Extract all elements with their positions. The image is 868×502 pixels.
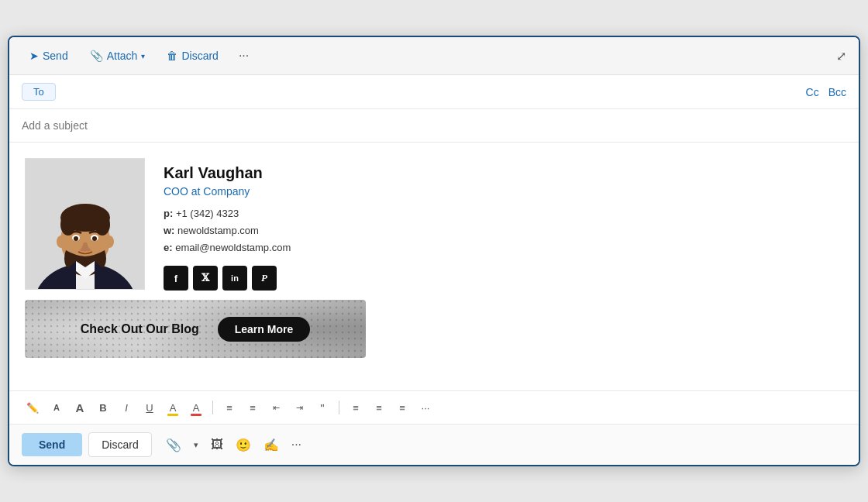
attachment-button[interactable]: 📎 (161, 435, 186, 456)
cc-bcc-group: Cc Bcc (806, 86, 846, 98)
bottom-send-button[interactable]: Send (22, 433, 82, 456)
bold-button[interactable]: B (93, 397, 113, 418)
to-row: To Cc Bcc (9, 75, 859, 109)
indent-less-button[interactable]: ⇤ (266, 397, 286, 418)
italic-button[interactable]: I (116, 397, 136, 418)
send-label: Send (43, 50, 68, 62)
svg-point-10 (105, 236, 114, 248)
svg-point-9 (57, 236, 66, 248)
send-button[interactable]: ➤ Send (22, 45, 76, 67)
signature-info: Karl Vaughan COO at Company p: +1 (342) … (164, 158, 291, 291)
banner-text: Check Out Our Blog (81, 322, 199, 336)
more-options-button[interactable]: ··· (232, 46, 255, 66)
discard-label: Discard (181, 50, 218, 62)
email-body[interactable]: Karl Vaughan COO at Company p: +1 (342) … (9, 143, 859, 390)
signature-top: Karl Vaughan COO at Company p: +1 (342) … (25, 158, 843, 291)
subject-input[interactable] (22, 119, 846, 132)
signature-photo (25, 158, 145, 290)
send-icon: ➤ (29, 50, 39, 62)
signature-button[interactable]: ✍ (259, 435, 284, 456)
subject-row (9, 109, 859, 143)
image-button[interactable]: 🖼 (206, 435, 228, 456)
highlight-button[interactable]: A (163, 397, 183, 418)
align-right-button[interactable]: ≡ (369, 397, 389, 418)
underline-button[interactable]: U (140, 397, 160, 418)
discard-icon: 🗑 (167, 50, 177, 62)
signature-contact: p: +1 (342) 4323 w: newoldstamp.com e: e… (164, 205, 291, 256)
indent-more-button[interactable]: ⇥ (289, 397, 309, 418)
bullet-list-button[interactable]: ≡ (243, 397, 263, 418)
attach-icon: 📎 (90, 50, 103, 62)
svg-point-13 (74, 236, 78, 241)
twitter-icon[interactable]: 𝕏 (193, 266, 218, 291)
discard-button[interactable]: 🗑 Discard (159, 45, 226, 67)
bottom-more-button[interactable]: ··· (287, 435, 306, 456)
social-icons: f 𝕏 in P (164, 266, 291, 291)
sig-phone: p: +1 (342) 4323 (164, 205, 291, 222)
sig-email: e: email@newoldstamp.com (164, 239, 291, 256)
bcc-button[interactable]: Bcc (828, 86, 846, 98)
linkedin-icon[interactable]: in (222, 266, 247, 291)
compose-toolbar: ➤ Send 📎 Attach ▾ 🗑 Discard ··· ⤢ (9, 37, 859, 75)
signature-name: Karl Vaughan (164, 164, 291, 182)
pinterest-icon[interactable]: P (252, 266, 277, 291)
attach-chevron-icon: ▾ (141, 52, 145, 60)
align-center-button[interactable]: ≡ (346, 397, 366, 418)
expand-button[interactable]: ⤢ (836, 49, 846, 64)
sig-website: w: newoldstamp.com (164, 222, 291, 239)
signature-title: COO at Company (164, 185, 291, 198)
format-more-button[interactable]: ··· (415, 397, 436, 418)
bottom-icons-group: 📎 ▾ 🖼 🙂 ✍ ··· (161, 435, 306, 456)
svg-point-14 (92, 236, 97, 241)
email-compose-window: ➤ Send 📎 Attach ▾ 🗑 Discard ··· ⤢ To Cc … (8, 36, 860, 466)
signature-block: Karl Vaughan COO at Company p: +1 (342) … (25, 158, 843, 358)
decrease-font-button[interactable]: A (46, 397, 67, 418)
align-left-button[interactable]: ≡ (219, 397, 239, 418)
to-label[interactable]: To (22, 83, 56, 101)
to-input[interactable] (64, 86, 806, 98)
attach-chevron-button[interactable]: ▾ (189, 435, 203, 456)
quote-button[interactable]: " (312, 397, 332, 418)
justify-button[interactable]: ≡ (392, 397, 412, 418)
attach-label: Attach (107, 50, 138, 62)
emoji-button[interactable]: 🙂 (231, 435, 256, 456)
increase-font-button[interactable]: A (70, 397, 90, 418)
facebook-icon[interactable]: f (164, 266, 188, 291)
blog-banner[interactable]: Check Out Our Blog Learn More (25, 300, 366, 358)
format-pencil-button[interactable]: ✏️ (22, 397, 43, 418)
learn-more-button[interactable]: Learn More (218, 317, 310, 342)
bottom-toolbar: Send Discard 📎 ▾ 🖼 🙂 ✍ ··· (9, 424, 859, 465)
format-toolbar: ✏️ A A B I U A A ≡ ≡ ⇤ ⇥ " ≡ ≡ ≡ ··· (9, 390, 859, 424)
cc-button[interactable]: Cc (806, 86, 819, 98)
attach-button[interactable]: 📎 Attach ▾ (82, 45, 153, 67)
font-color-button[interactable]: A (186, 397, 206, 418)
bottom-discard-button[interactable]: Discard (88, 432, 151, 457)
